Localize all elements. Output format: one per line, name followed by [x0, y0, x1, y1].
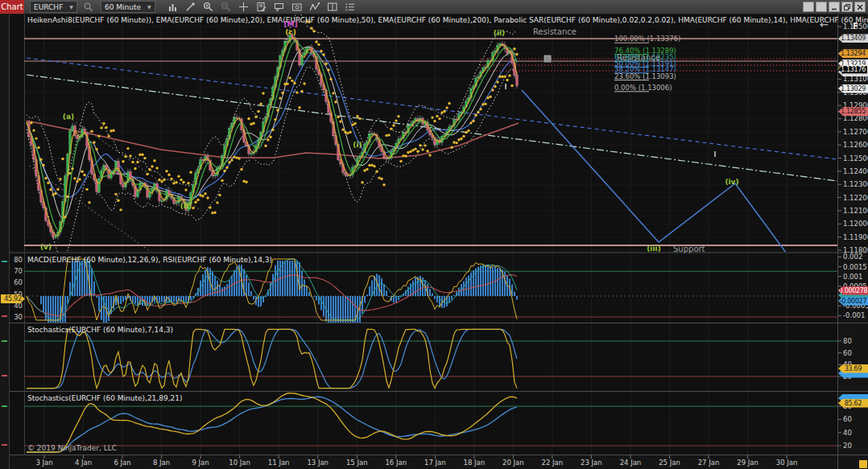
- chart-style-icon[interactable]: [166, 1, 180, 13]
- stoch1-axis-tick: 20: [843, 372, 852, 381]
- price-axis-tick: 1.12300: [843, 180, 868, 188]
- left-dock-strip[interactable]: [0, 14, 9, 469]
- instrument-select[interactable]: EURCHF ▼: [30, 1, 77, 13]
- macd-axis-tick: 0.0015: [843, 263, 867, 271]
- price-axis-tick: 1.12500: [843, 154, 868, 163]
- time-axis-tick: 10 Jan: [229, 459, 250, 467]
- time-axis-tick: 13 Jan: [307, 459, 329, 467]
- time-axis-tick: 23 Jan: [581, 459, 602, 467]
- list-icon[interactable]: [343, 1, 357, 13]
- time-axis-tick: 4 Jan: [75, 459, 92, 467]
- price-axis-tick: 1.12000: [843, 220, 868, 228]
- stoch2-axis-tick: 20: [843, 442, 852, 450]
- time-axis-tick: 25 Jan: [659, 459, 680, 467]
- instrument-value: EURCHF: [34, 3, 63, 11]
- rsi-axis-tick: 40: [14, 302, 23, 310]
- window-titlebar: Chart EURCHF ▼ 60 Minute ▼: [0, 0, 868, 14]
- macd-axis-tick: -0.0005: [843, 302, 868, 310]
- crosshair-icon[interactable]: [237, 1, 250, 13]
- time-axis-tick: 18 Jan: [464, 459, 486, 467]
- price-axis-tick: 1.13500: [843, 23, 868, 31]
- price-axis-tick: 1.13000: [843, 88, 868, 97]
- interval-select[interactable]: 60 Minute ▼: [101, 1, 155, 13]
- search-icon[interactable]: [81, 1, 95, 13]
- price-axis-tick: 1.13400: [843, 35, 868, 43]
- macd-axis-tick: 0.001: [843, 273, 862, 281]
- chevron-down-icon: ▼: [147, 4, 151, 10]
- stoch2-axis-tick: 60: [843, 415, 852, 423]
- macd-axis-tick: 0.0005: [843, 282, 867, 290]
- price-axis-tick: 1.12400: [843, 167, 868, 175]
- rsi-axis-tick: 60: [14, 278, 23, 286]
- price-axis-tick: 1.13300: [843, 49, 868, 57]
- drawing-tools-icon[interactable]: [184, 1, 197, 13]
- chart-tab[interactable]: Chart: [0, 0, 24, 14]
- stoch2-axis-tick: 40: [843, 429, 852, 437]
- rsi-axis-tick: 80: [14, 256, 23, 264]
- stoch1-axis-tick: 60: [843, 349, 852, 357]
- price-axis-tick: 1.12100: [843, 207, 868, 215]
- chart-window: Chart EURCHF ▼ 60 Minute ▼ 1.135001.1340…: [0, 0, 868, 469]
- macd-axis-tick: 0.002: [843, 253, 862, 261]
- time-axis-tick: 6 Jan: [114, 459, 130, 467]
- price-axis-tick: 1.12600: [843, 141, 868, 149]
- close-button[interactable]: [854, 2, 866, 12]
- price-axis-tick: 1.12800: [843, 114, 868, 122]
- price-axis-tick: 1.12200: [843, 194, 868, 202]
- time-axis-tick: 17 Jan: [424, 459, 446, 467]
- wave-projection-line[interactable]: [522, 90, 791, 259]
- fib-anchor-icon[interactable]: [544, 56, 551, 62]
- chevron-down-icon: ▼: [69, 4, 73, 10]
- rsi-axis-tick: 70: [14, 267, 23, 275]
- stoch2-axis-tick: 80: [843, 402, 852, 410]
- time-axis-tick: 3 Jan: [35, 459, 52, 467]
- time-axis-tick: 27 Jan: [698, 459, 720, 467]
- time-axis-tick: 9 Jan: [192, 459, 209, 467]
- alert-icon[interactable]: [272, 1, 286, 13]
- price-axis-tick: 1.11900: [843, 233, 868, 241]
- price-axis-tick: 1.12900: [843, 101, 868, 109]
- stoch1-axis-tick: 80: [843, 337, 852, 345]
- zoom-in-icon[interactable]: [201, 1, 215, 13]
- price-axis-tick: 1.13100: [843, 75, 868, 83]
- stoch1-axis-tick: 40: [843, 360, 852, 368]
- snapshot-icon[interactable]: [290, 1, 304, 13]
- rsi-axis-tick: 50: [14, 290, 23, 298]
- corner-chip: [859, 460, 867, 468]
- descending-blue-dashed[interactable]: [27, 58, 837, 159]
- time-axis-tick: 29 Jan: [737, 459, 758, 467]
- time-axis-tick: 30 Jan: [776, 459, 798, 467]
- interval-value: 60 Minute: [105, 3, 141, 11]
- time-axis-tick: 20 Jan: [502, 459, 524, 467]
- minimize-button[interactable]: [829, 2, 840, 12]
- price-axis-tick: 1.12700: [843, 128, 868, 136]
- macd-axis-tick: -0.001: [843, 311, 865, 319]
- time-axis-tick: 24 Jan: [620, 459, 642, 467]
- price-axis-tick: 1.13200: [843, 62, 868, 70]
- zigzag-icon[interactable]: [308, 1, 321, 13]
- panel-left-button[interactable]: [803, 2, 814, 12]
- time-axis-tick: 8 Jan: [153, 459, 170, 467]
- time-axis-tick: 11 Jan: [268, 459, 290, 467]
- window-controls: [803, 2, 866, 12]
- restore-button[interactable]: [841, 2, 853, 12]
- rsi-axis-tick: 30: [14, 313, 23, 321]
- chart-canvas[interactable]: 1.135001.134001.133001.132001.131001.130…: [0, 0, 868, 469]
- panel-right-button[interactable]: [816, 2, 827, 12]
- chart-tab-label: Chart: [1, 2, 23, 11]
- zoom-out-icon[interactable]: [219, 1, 233, 13]
- notes-icon[interactable]: [254, 1, 268, 13]
- time-axis-tick: 15 Jan: [346, 459, 368, 467]
- panels-icon[interactable]: [325, 1, 339, 13]
- time-axis-tick: 16 Jan: [385, 459, 407, 467]
- time-axis-tick: 22 Jan: [542, 459, 564, 467]
